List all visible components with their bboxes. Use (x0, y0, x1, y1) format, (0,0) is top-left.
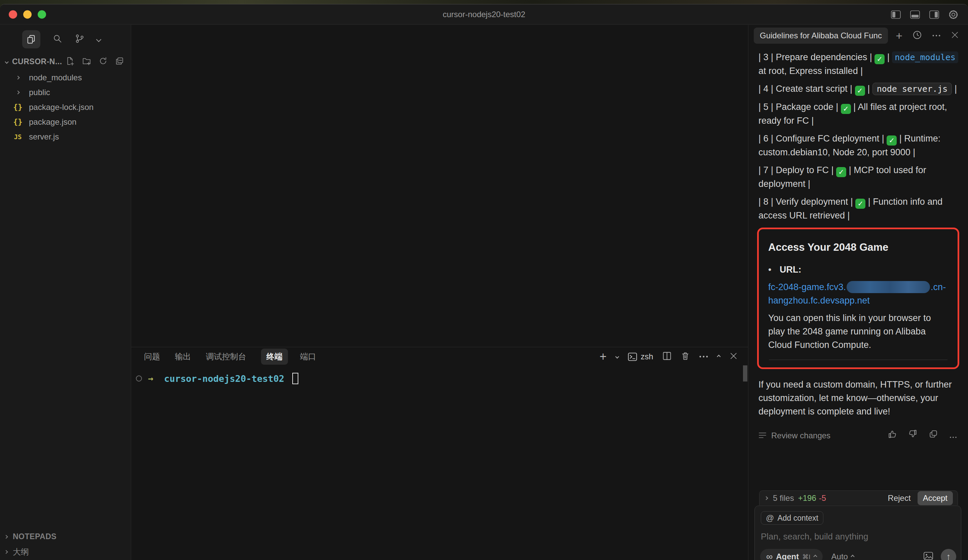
terminal-scrollbar-thumb[interactable] (743, 365, 748, 382)
answer-paragraph: You can open this link in your browser t… (768, 311, 949, 352)
file-label: node_modules (29, 73, 82, 83)
file-tree-item-public[interactable]: public (0, 85, 131, 100)
search-icon[interactable] (53, 34, 63, 45)
table-row-8: | 8 | Verify deployment | ✓ | Function i… (758, 195, 959, 222)
redacted-url-segment (847, 281, 930, 293)
game-url-link[interactable]: fc-2048-game.fcv3..cn- hangzhou.fc.devsa… (768, 280, 949, 307)
model-chevron-icon (850, 555, 854, 558)
infinity-icon: ∞ (766, 552, 772, 560)
prompt-arrow: → (148, 373, 153, 383)
json-file-icon: {} (12, 118, 23, 126)
changed-files-count: 5 files (773, 494, 794, 503)
expand-files-chevron-icon[interactable] (764, 496, 768, 500)
agent-mode-selector[interactable]: ∞ Agent ⌘I (760, 549, 823, 560)
check-icon: ✓ (841, 104, 851, 114)
closing-paragraph: If you need a custom domain, HTTPS, or f… (758, 378, 959, 418)
toggle-bottom-panel-icon[interactable] (910, 10, 920, 19)
new-terminal-icon[interactable]: + (600, 350, 607, 363)
terminal-profile-chevron-icon[interactable] (615, 355, 619, 358)
tab-output[interactable]: 输出 (175, 351, 191, 362)
terminal-cursor (292, 373, 298, 384)
check-icon: ✓ (875, 54, 885, 64)
close-chat-icon[interactable] (950, 31, 959, 41)
tab-ports[interactable]: 端口 (300, 351, 316, 362)
agent-shortcut: ⌘I (802, 553, 810, 560)
explorer-view-icon[interactable] (22, 30, 40, 48)
check-icon: ✓ (887, 135, 897, 145)
js-file-icon: JS (12, 133, 23, 140)
bottom-panel: 问题 输出 调试控制台 终端 端口 + zsh (131, 347, 748, 560)
chat-header: Guidelines for Alibaba Cloud Func + (748, 25, 968, 46)
lines-added: +196 (798, 494, 816, 503)
file-tree-item-node-modules[interactable]: node_modules (0, 70, 131, 85)
kill-terminal-icon[interactable] (681, 351, 690, 362)
section-chevron-icon (4, 550, 8, 553)
send-button[interactable]: ↑ (941, 549, 956, 560)
divider (769, 360, 948, 360)
thumbs-down-icon[interactable] (908, 429, 918, 442)
more-views-chevron-icon[interactable] (96, 36, 101, 42)
chat-input-box[interactable]: @ Add context Plan, search, build anythi… (754, 505, 961, 560)
outline-section[interactable]: 大纲 (5, 547, 56, 557)
json-file-icon: {} (12, 103, 23, 112)
terminal-shell-selector[interactable]: zsh (628, 352, 653, 362)
review-changes-link[interactable]: Review changes (771, 429, 830, 442)
changed-files-bar[interactable]: 5 files +196 -5 Reject Accept (759, 491, 958, 505)
reject-button[interactable]: Reject (888, 494, 911, 503)
panel-more-actions-icon[interactable] (699, 354, 708, 360)
tab-debug-console[interactable]: 调试控制台 (206, 351, 246, 362)
source-control-icon[interactable] (75, 34, 85, 45)
terminal-decoration-icon (136, 375, 142, 382)
titlebar: cursor-nodejs20-test02 (0, 4, 968, 25)
file-label: package-lock.json (29, 102, 93, 112)
new-folder-icon[interactable] (82, 56, 91, 67)
chat-message-body: | 3 | Prepare dependencies | ✓ | node_mo… (748, 46, 968, 442)
message-more-icon[interactable] (949, 429, 957, 442)
toggle-right-sidebar-icon[interactable] (929, 10, 940, 19)
explorer-section-header[interactable]: CURSOR-N... (0, 53, 131, 69)
close-panel-icon[interactable] (729, 352, 738, 362)
check-icon: ✓ (855, 86, 865, 96)
file-tree-item-package-json[interactable]: {} package.json (0, 115, 131, 129)
table-row-6: | 6 | Configure FC deployment | ✓ | Runt… (758, 132, 959, 159)
attach-image-icon[interactable] (923, 552, 933, 560)
folder-chevron-icon (16, 76, 20, 79)
file-tree-item-package-lock[interactable]: {} package-lock.json (0, 100, 131, 115)
table-row-4: | 4 | Create start script | ✓ | node ser… (758, 82, 959, 96)
notepads-section[interactable]: NOTEPADS (5, 532, 56, 541)
model-selector[interactable]: Auto (832, 552, 854, 560)
check-icon: ✓ (836, 167, 846, 177)
lines-removed: -5 (819, 494, 826, 503)
notepads-label: NOTEPADS (13, 532, 56, 541)
split-terminal-icon[interactable] (662, 351, 672, 362)
chat-tab-title: Guidelines for Alibaba Cloud Func (760, 31, 882, 40)
accept-button[interactable]: Accept (918, 491, 953, 505)
terminal-prompt-line[interactable]: → cursor-nodejs20-test02 (131, 366, 748, 384)
file-tree-item-server-js[interactable]: JS server.js (0, 129, 131, 144)
toggle-left-sidebar-icon[interactable] (891, 10, 901, 19)
maximize-panel-chevron-icon[interactable] (717, 355, 721, 358)
folder-chevron-icon (16, 91, 20, 94)
chat-more-actions-icon[interactable] (932, 33, 941, 39)
thumbs-up-icon[interactable] (888, 429, 897, 442)
table-row-5: | 5 | Package code | ✓ | All files at pr… (758, 100, 959, 127)
collapse-folders-icon[interactable] (115, 56, 124, 67)
chat-history-icon[interactable] (912, 30, 922, 41)
inline-code: node_modules (892, 51, 958, 63)
app-window: cursor-nodejs20-test02 (0, 4, 968, 560)
copy-message-icon[interactable] (929, 429, 938, 442)
chat-tab[interactable]: Guidelines for Alibaba Cloud Func (754, 28, 888, 44)
model-label: Auto (832, 552, 848, 560)
section-chevron-icon (5, 60, 8, 64)
review-changes-row: Review changes (758, 429, 959, 442)
settings-gear-icon[interactable] (948, 10, 958, 20)
tab-problems[interactable]: 问题 (144, 351, 160, 362)
highlighted-answer-box: Access Your 2048 Game •URL: fc-2048-game… (757, 228, 959, 369)
refresh-explorer-icon[interactable] (99, 56, 108, 67)
new-chat-icon[interactable]: + (896, 30, 902, 41)
chat-input-placeholder[interactable]: Plan, search, build anything (761, 532, 955, 542)
add-context-button[interactable]: @ Add context (761, 511, 823, 525)
new-file-icon[interactable] (66, 56, 75, 67)
check-icon: ✓ (855, 199, 865, 209)
tab-terminal[interactable]: 终端 (261, 349, 288, 365)
